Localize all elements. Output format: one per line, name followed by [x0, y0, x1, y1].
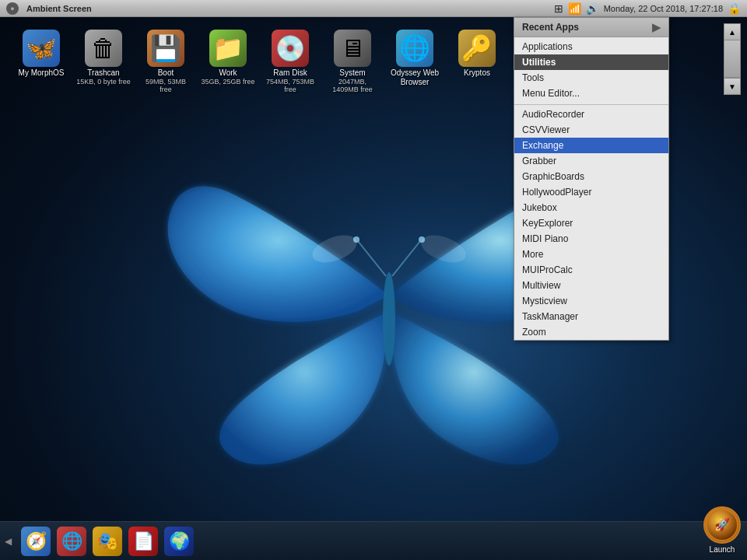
svg-line-2: [392, 241, 420, 276]
desktop-icon-kryptos[interactable]: 🔑 Kryptos: [450, 30, 504, 78]
work-sub: 35GB, 25GB free: [201, 78, 254, 86]
morphos-icon-img: 🦋: [23, 30, 60, 67]
desktop-icons-row: 🦋 My MorphOS 🗑 Trashcan 15KB, 0 byte fre…: [8, 23, 510, 100]
menu-item-audiorecorder[interactable]: AudioRecorder: [514, 107, 668, 122]
menu-item-applications[interactable]: Applications: [514, 39, 668, 54]
boot-icon-img: 💾: [147, 30, 184, 67]
menu-item-jukebox[interactable]: Jukebox: [514, 200, 668, 215]
odyssey-label: Odyssey Web Browser: [388, 68, 442, 87]
system-sub: 2047MB, 1409MB free: [325, 78, 380, 93]
dropdown-menu: Recent Apps ▶ Applications Utilities Too…: [514, 17, 669, 341]
taskbar-icon-pdf[interactable]: 📄: [126, 524, 160, 558]
desktop-icon-system[interactable]: 🖥 System 2047MB, 1409MB free: [325, 30, 380, 93]
ramdisk-icon-img: 💿: [272, 30, 309, 67]
desktop-icon-boot[interactable]: 💾 Boot 59MB, 53MB free: [139, 30, 193, 93]
trashcan-sub: 15KB, 0 byte free: [76, 78, 131, 86]
scroll-down-button[interactable]: ▼: [724, 78, 741, 95]
svg-point-0: [383, 272, 395, 366]
menu-item-graphicboards[interactable]: GraphicBoards: [514, 169, 668, 184]
taskbar-icon-mask[interactable]: 🎭: [90, 524, 124, 558]
launch-icon: 🚀: [703, 506, 741, 544]
desktop-icon-morphos[interactable]: 🦋 My MorphOS: [14, 30, 68, 78]
menu-item-muiprocalc[interactable]: MUIProCalc: [514, 262, 668, 278]
ramdisk-sub: 754MB, 753MB free: [263, 78, 317, 93]
menu-separator: [514, 104, 668, 105]
menu-item-midipiano[interactable]: MIDI Piano: [514, 231, 668, 247]
menu-item-csvviewer[interactable]: CSVViewer: [514, 122, 668, 138]
datetime-display: Monday, 22 Oct 2018, 17:27:18: [604, 4, 723, 13]
boot-sub: 59MB, 53MB free: [139, 78, 193, 93]
desktop-icon-ramdisk[interactable]: 💿 Ram Disk 754MB, 753MB free: [263, 30, 317, 93]
grid-icon[interactable]: ⊞: [554, 2, 563, 15]
taskbar: ◀ 🧭 🌐 🎭 📄 🌍: [0, 521, 747, 560]
svg-text:🚀: 🚀: [714, 517, 730, 532]
trashcan-label: Trashcan: [87, 68, 119, 78]
desktop-icon-odyssey[interactable]: 🌐 Odyssey Web Browser: [388, 30, 442, 87]
lock-icon[interactable]: 🔒: [728, 2, 741, 15]
taskbar-icon-earth[interactable]: 🌍: [162, 524, 196, 558]
morphos-label: My MorphOS: [19, 68, 65, 78]
recent-apps-label: Recent Apps: [522, 22, 579, 33]
mask-icon: 🎭: [93, 527, 122, 556]
safari-icon: 🧭: [21, 527, 51, 556]
system-icon-img: 🖥: [334, 30, 371, 67]
volume-icon[interactable]: 🔊: [586, 2, 599, 15]
menubar-right: ⊞ 📶 🔊 Monday, 22 Oct 2018, 17:27:18 🔒: [554, 2, 747, 15]
kryptos-label: Kryptos: [464, 68, 490, 78]
kryptos-icon-img: 🔑: [458, 30, 496, 67]
ramdisk-label: Ram Disk: [273, 68, 307, 78]
desktop-icon-work[interactable]: 📁 Work 35GB, 25GB free: [201, 30, 255, 86]
menubar-left: ● Ambient Screen: [0, 2, 98, 15]
pdf-icon: 📄: [128, 527, 158, 556]
odyssey-icon-img: 🌐: [396, 30, 433, 67]
menu-item-mysticview[interactable]: Mysticview: [514, 293, 668, 309]
ambient-screen-button[interactable]: Ambient Screen: [20, 2, 98, 15]
menu-item-keyexplorer[interactable]: KeyExplorer: [514, 215, 668, 231]
menu-item-taskmanager[interactable]: TaskManager: [514, 309, 668, 324]
browser2-icon: 🌐: [57, 527, 86, 556]
boot-label: Boot: [158, 68, 174, 78]
system-label: System: [339, 68, 365, 78]
wifi-icon[interactable]: 📶: [568, 2, 581, 15]
work-label: Work: [219, 68, 237, 78]
menu-header: Recent Apps ▶: [514, 18, 668, 37]
launch-button[interactable]: 🚀 Launch: [703, 506, 741, 554]
menubar: ● Ambient Screen ⊞ 📶 🔊 Monday, 22 Oct 20…: [0, 0, 747, 17]
menu-item-menu-editor[interactable]: Menu Editor...: [514, 86, 668, 101]
desktop-icon-trashcan[interactable]: 🗑 Trashcan 15KB, 0 byte free: [76, 30, 131, 86]
trashcan-icon-img: 🗑: [85, 30, 122, 67]
svg-line-1: [358, 241, 386, 276]
menu-item-grabber[interactable]: Grabber: [514, 153, 668, 169]
menu-item-more[interactable]: More: [514, 247, 668, 262]
taskbar-scroll-left[interactable]: ◀: [0, 522, 16, 561]
menu-item-hollywoodplayer[interactable]: HollywoodPlayer: [514, 184, 668, 200]
desktop: ● Ambient Screen ⊞ 📶 🔊 Monday, 22 Oct 20…: [0, 0, 747, 560]
work-icon-img: 📁: [209, 30, 247, 67]
taskbar-icons: 🧭 🌐 🎭 📄 🌍: [16, 521, 199, 561]
apple-logo[interactable]: ●: [6, 2, 19, 15]
menu-item-tools[interactable]: Tools: [514, 70, 668, 86]
menu-item-utilities[interactable]: Utilities: [514, 54, 668, 70]
menu-item-multiview[interactable]: Multiview: [514, 278, 668, 293]
menu-item-exchange[interactable]: Exchange: [514, 138, 668, 153]
utilities-submenu: AudioRecorder CSVViewer Exchange Grabber…: [514, 107, 668, 340]
recent-apps-arrow-icon: ▶: [652, 21, 661, 33]
scroll-control: ▲ ▼: [724, 23, 741, 95]
scroll-up-button[interactable]: ▲: [724, 23, 741, 40]
taskbar-icon-browser2[interactable]: 🌐: [54, 524, 89, 558]
menu-item-zoom[interactable]: Zoom: [514, 324, 668, 340]
taskbar-icon-safari[interactable]: 🧭: [19, 524, 53, 558]
menu-top-section: Applications Utilities Tools Menu Editor…: [514, 37, 668, 103]
earth-icon: 🌍: [164, 527, 194, 556]
launch-label: Launch: [710, 545, 735, 554]
